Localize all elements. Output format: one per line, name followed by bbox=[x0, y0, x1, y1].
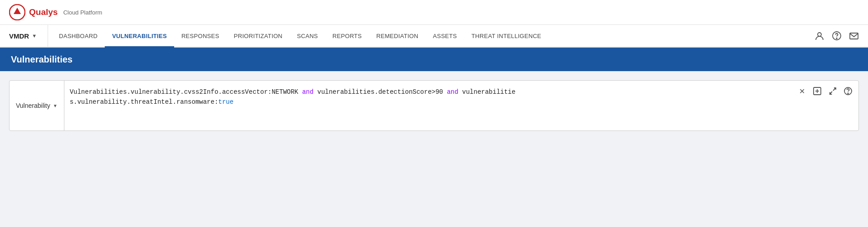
vmdr-label: VMDR bbox=[9, 32, 29, 40]
svg-rect-5 bbox=[850, 33, 858, 39]
help-icon[interactable] bbox=[832, 31, 842, 41]
nav-items: DASHBOARD VULNERABILITIES RESPONSES PRIO… bbox=[52, 25, 814, 47]
nav-right-icons bbox=[814, 25, 859, 47]
nav-item-scans[interactable]: SCANS bbox=[290, 25, 325, 47]
query-actions: ✕ bbox=[791, 81, 858, 101]
nav-item-responses[interactable]: RESPONSES bbox=[174, 25, 227, 47]
query-and1: and bbox=[298, 88, 317, 96]
nav-item-threat-intelligence[interactable]: THREAT INTELLIGENCE bbox=[464, 25, 549, 47]
query-part3: vulnerabilitie bbox=[462, 88, 516, 96]
query-builder: Vulnerability ▼ Vulnerabilities.vulnerab… bbox=[9, 80, 859, 131]
nav-bar: VMDR ▼ DASHBOARD VULNERABILITIES RESPONS… bbox=[0, 25, 868, 48]
top-header: Qualys Cloud Platform bbox=[0, 0, 868, 25]
nav-item-assets[interactable]: ASSETS bbox=[425, 25, 464, 47]
query-and2: and bbox=[443, 88, 462, 96]
vmdr-selector[interactable]: VMDR ▼ bbox=[9, 25, 48, 47]
query-value: true bbox=[218, 98, 234, 106]
qualys-logo-icon bbox=[9, 4, 25, 20]
user-icon[interactable] bbox=[814, 31, 824, 41]
nav-item-remediation[interactable]: REMEDIATION bbox=[369, 25, 426, 47]
clear-query-button[interactable]: ✕ bbox=[796, 85, 808, 97]
svg-point-2 bbox=[818, 33, 821, 36]
svg-marker-1 bbox=[14, 8, 21, 14]
query-part3b: s.vulnerability.threatIntel.ransomware: bbox=[70, 98, 219, 106]
help-query-button[interactable] bbox=[842, 85, 854, 97]
svg-point-12 bbox=[848, 93, 848, 94]
nav-item-reports[interactable]: REPORTS bbox=[325, 25, 369, 47]
query-type-selector[interactable]: Vulnerability ▼ bbox=[10, 81, 64, 130]
vmdr-chevron-icon: ▼ bbox=[32, 33, 37, 39]
page-title-bar: Vulnerabilities bbox=[0, 48, 868, 71]
mail-icon[interactable] bbox=[849, 31, 859, 41]
query-type-chevron-icon: ▼ bbox=[53, 103, 58, 108]
query-input-area[interactable]: Vulnerabilities.vulnerability.cvss2Info.… bbox=[64, 81, 791, 130]
query-type-label: Vulnerability bbox=[16, 102, 50, 109]
add-query-button[interactable] bbox=[811, 85, 823, 97]
logo-area: Qualys Cloud Platform bbox=[9, 4, 102, 20]
query-part2: vulnerabilities.detectionScore>90 bbox=[317, 88, 443, 96]
nav-item-vulnerabilities[interactable]: VULNERABILITIES bbox=[105, 25, 174, 47]
svg-point-4 bbox=[836, 38, 837, 39]
query-part1: Vulnerabilities.vulnerability.cvss2Info.… bbox=[70, 88, 298, 96]
main-content: Vulnerability ▼ Vulnerabilities.vulnerab… bbox=[0, 71, 868, 227]
expand-query-button[interactable] bbox=[827, 85, 839, 97]
brand-subtitle: Cloud Platform bbox=[63, 9, 102, 16]
page-title: Vulnerabilities bbox=[11, 54, 73, 65]
nav-item-prioritization[interactable]: PRIORITIZATION bbox=[227, 25, 290, 47]
brand-name: Qualys bbox=[29, 7, 58, 17]
nav-item-dashboard[interactable]: DASHBOARD bbox=[52, 25, 105, 47]
